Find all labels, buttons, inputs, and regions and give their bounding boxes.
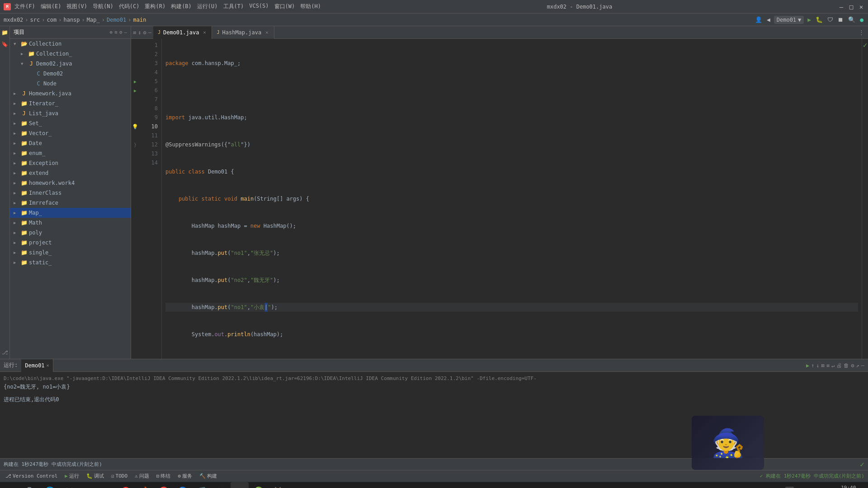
- taskbar-app7[interactable]: 🎵: [193, 482, 211, 488]
- tree-hide-icon[interactable]: —: [124, 29, 127, 35]
- tree-scroll-center-icon[interactable]: ⊕: [110, 29, 113, 35]
- taskbar-app5[interactable]: ⭕: [155, 482, 173, 488]
- taskbar-chrome[interactable]: 🟢: [250, 482, 268, 488]
- tab-demo01[interactable]: J Demo01.java ✕: [153, 26, 212, 39]
- tree-demo02-class[interactable]: C Demo02: [10, 69, 131, 79]
- coverage-button[interactable]: 🛡: [826, 15, 834, 24]
- tree-math[interactable]: ▶ 📁 Math: [10, 218, 131, 228]
- tab-tool-icon1[interactable]: ≡: [133, 29, 136, 36]
- taskbar-filemanager[interactable]: 📁: [60, 482, 78, 488]
- tree-list-java[interactable]: ▶ J List_java: [10, 108, 131, 118]
- menu-window[interactable]: 窗口(W): [274, 3, 295, 10]
- tab-tool-icon2[interactable]: ↕: [138, 29, 141, 36]
- menu-build[interactable]: 构建(B): [171, 3, 192, 10]
- clear-icon[interactable]: 🗑: [844, 362, 849, 369]
- bookmark-icon[interactable]: 🔖: [0, 40, 9, 49]
- menu-navigate[interactable]: 导航(N): [93, 3, 113, 10]
- nav-back-icon[interactable]: ◀: [766, 15, 771, 24]
- tree-collapse-icon[interactable]: ≡: [114, 29, 118, 35]
- tab-tool-icon3[interactable]: ⚙: [143, 29, 146, 36]
- breadcrumb-src[interactable]: src: [30, 17, 40, 23]
- run-config[interactable]: Demo01 ▼: [774, 16, 804, 24]
- panel-max-icon[interactable]: ↗: [856, 362, 859, 369]
- menu-view[interactable]: 视图(V): [66, 3, 87, 10]
- tree-root-collection[interactable]: ▼ 📂 Collection: [10, 39, 131, 49]
- taskbar-search[interactable]: 🔍: [22, 482, 40, 488]
- debug-button[interactable]: 🐛: [815, 15, 824, 24]
- terminal-footer-btn[interactable]: ⊡ 终结: [155, 472, 173, 480]
- run-line5-icon[interactable]: ▶: [131, 77, 139, 86]
- problems-footer-btn[interactable]: ⚠ 问题: [133, 472, 151, 480]
- services-footer-btn[interactable]: ⚙ 服务: [176, 472, 194, 480]
- menu-tools[interactable]: 工具(T): [223, 3, 244, 10]
- breadcrumb-com[interactable]: com: [47, 17, 57, 23]
- taskbar-app1[interactable]: 💛: [79, 482, 97, 488]
- tab-tool-icon4[interactable]: —: [148, 29, 151, 36]
- git-icon[interactable]: ⎇: [0, 348, 9, 357]
- run-button[interactable]: ▶: [807, 15, 812, 24]
- taskbar-app6[interactable]: 🔵: [174, 482, 192, 488]
- menu-vcs[interactable]: VCS(S): [249, 3, 269, 10]
- tree-project[interactable]: ▶ 📁 project: [10, 238, 131, 248]
- breadcrumb-project[interactable]: mxdx02: [4, 17, 23, 23]
- menu-edit[interactable]: 编辑(E): [41, 3, 61, 10]
- tab-hashmap[interactable]: J HashMap.java ✕: [212, 26, 274, 39]
- tree-static[interactable]: ▶ 📁 static_: [10, 258, 131, 267]
- taskbar-app9[interactable]: 🦊: [269, 482, 287, 488]
- scroll-down-icon[interactable]: ↓: [816, 362, 819, 369]
- tab-close-button[interactable]: ✕: [202, 30, 207, 35]
- maximize-button[interactable]: □: [848, 4, 854, 10]
- panel-close-icon[interactable]: —: [861, 362, 864, 369]
- nav-extra1[interactable]: ⏹: [837, 15, 844, 24]
- tree-exception[interactable]: ▶ 📁 Exception: [10, 158, 131, 168]
- tree-poly[interactable]: ▶ 📁 poly: [10, 228, 131, 238]
- tree-collection-[interactable]: ▶ 📁 Collection_: [10, 49, 131, 59]
- run-footer-btn[interactable]: ▶ 运行: [63, 472, 81, 480]
- tree-iterator[interactable]: ▶ 📁 Iterator_: [10, 99, 131, 108]
- scroll-up-icon[interactable]: ↑: [811, 362, 814, 369]
- tree-demo02-java[interactable]: ▼ J Demo02.java: [10, 59, 131, 69]
- todo-footer-btn[interactable]: ☑ TODO: [109, 473, 129, 479]
- debug-footer-btn[interactable]: 🐛 调试: [85, 472, 106, 480]
- fold-line12-icon[interactable]: }: [131, 140, 139, 149]
- terminal-icon[interactable]: ⊞: [821, 362, 825, 369]
- build-footer-btn[interactable]: 🔨 构建: [198, 472, 219, 480]
- start-button[interactable]: ⊞: [2, 482, 20, 488]
- menu-file[interactable]: 文件(F): [14, 3, 35, 10]
- project-icon[interactable]: 📁: [0, 28, 9, 37]
- run-tool-icon[interactable]: ▶: [806, 362, 809, 369]
- tab-demo01-run[interactable]: Demo01 ✕: [21, 359, 53, 372]
- menu-help[interactable]: 帮助(H): [300, 3, 321, 10]
- tree-homework-work4[interactable]: ▶ 📁 homework.work4: [10, 178, 131, 188]
- taskbar-app4[interactable]: 🎪: [136, 482, 154, 488]
- search-icon[interactable]: 🔍: [847, 15, 856, 24]
- taskbar-clock[interactable]: 19:40 3月 14日: [834, 485, 856, 488]
- tree-imrreface[interactable]: ▶ 📁 Imrreface: [10, 198, 131, 208]
- tab-close-icon[interactable]: ✕: [47, 363, 49, 368]
- code-editor[interactable]: package com.hansp.Map_; import java.util…: [162, 39, 862, 359]
- tree-extend[interactable]: ▶ 📁 extend: [10, 168, 131, 178]
- tree-set[interactable]: ▶ 📁 Set_: [10, 118, 131, 128]
- bulb-line10-icon[interactable]: 💡: [131, 122, 139, 131]
- filter-icon[interactable]: ≡: [826, 362, 830, 369]
- breadcrumb-demo01[interactable]: Demo01: [107, 17, 126, 23]
- tab-close-button[interactable]: ✕: [264, 30, 269, 35]
- breadcrumb-main[interactable]: main: [133, 17, 146, 23]
- nav-user-icon[interactable]: 👤: [754, 15, 763, 24]
- taskbar-app3[interactable]: 🎯: [117, 482, 135, 488]
- menu-run[interactable]: 运行(U): [197, 3, 218, 10]
- tree-innerclass[interactable]: ▶ 📁 InnerClass: [10, 188, 131, 198]
- print-icon[interactable]: 🖨: [836, 362, 842, 369]
- tree-date[interactable]: ▶ 📁 Date: [10, 138, 131, 148]
- tree-homework-java[interactable]: ▶ J Homework.java: [10, 89, 131, 99]
- taskbar-app8[interactable]: 🎮: [212, 482, 230, 488]
- tree-node-class[interactable]: C Node: [10, 79, 131, 89]
- menu-refactor[interactable]: 重构(R): [145, 3, 165, 10]
- settings-icon[interactable]: ⚙: [851, 362, 854, 369]
- version-control-btn[interactable]: ⎇ Version Control: [4, 473, 59, 479]
- minimize-button[interactable]: —: [838, 4, 844, 10]
- taskbar-intellij[interactable]: 💙: [231, 482, 249, 488]
- tab-extra-options[interactable]: ⋮: [855, 29, 868, 36]
- tree-map[interactable]: ▶ 📁 Map_: [10, 208, 131, 218]
- tree-single[interactable]: ▶ 📁 single_: [10, 248, 131, 258]
